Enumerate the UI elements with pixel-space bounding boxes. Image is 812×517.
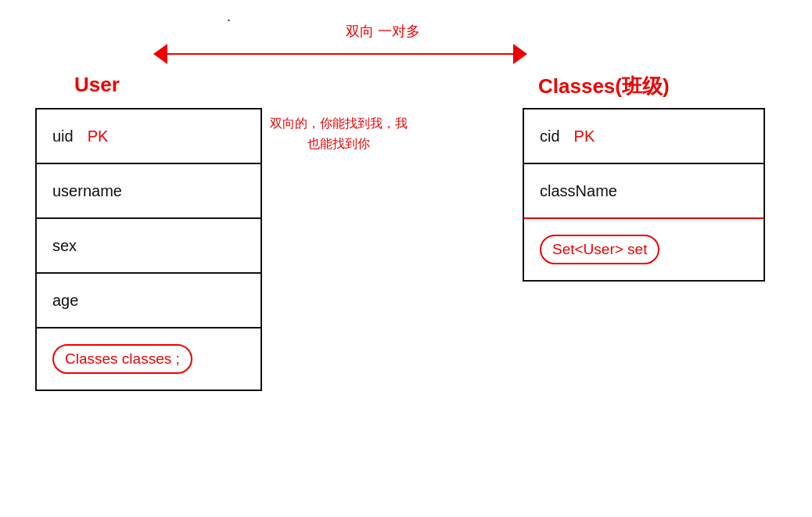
classes-table: cid PK className Set<User> set <box>523 108 765 282</box>
arrow-line <box>156 53 516 55</box>
table-row: username <box>37 164 260 219</box>
classes-classes-highlight: Classes classes ; <box>52 344 192 374</box>
table-row: sex <box>37 219 260 274</box>
field-cid: cid <box>540 127 560 145</box>
field-uid: uid <box>52 127 74 145</box>
user-table: uid PK username sex age Classes classes … <box>35 108 262 391</box>
table-row: className <box>524 164 763 219</box>
field-classname: className <box>540 182 617 200</box>
table-row: cid PK <box>524 110 763 164</box>
arrow-label: 双向 一对多 <box>266 22 501 41</box>
field-age: age <box>52 292 78 310</box>
table-row: uid PK <box>37 110 260 164</box>
dot-marker: · <box>227 12 231 28</box>
pk-cid: PK <box>574 127 595 145</box>
table-row-set: Set<User> set <box>524 219 763 280</box>
pk-uid: PK <box>88 127 109 145</box>
set-user-highlight: Set<User> set <box>540 235 659 264</box>
description-text: 双向的，你能找到我，我也能找到你 <box>270 113 408 153</box>
user-label: User <box>74 73 120 97</box>
diagram-container: · 双向 一对多 User Classes(班级) 双向的，你能找到我，我也能找… <box>0 0 812 517</box>
field-username: username <box>52 182 122 200</box>
table-row-classes: Classes classes ; <box>37 329 260 390</box>
table-row: age <box>37 274 260 329</box>
field-sex: sex <box>52 237 77 255</box>
classes-label: Classes(班级) <box>538 73 670 100</box>
arrow-right-head <box>513 44 527 64</box>
